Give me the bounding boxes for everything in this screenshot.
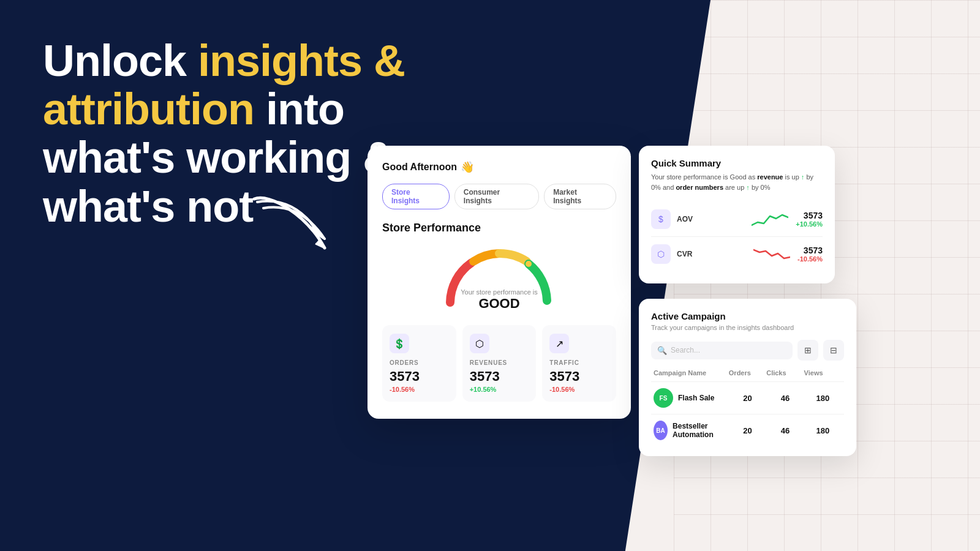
tab-store-insights[interactable]: Store Insights [382,184,450,209]
flash-sale-clicks: 46 [766,394,804,403]
metric-cvr-row: ⬡ CVR 3573 -10.56% [651,237,823,271]
qs-is-up: is up [785,173,801,181]
filter-button[interactable]: ⊟ [823,340,844,361]
cvr-sparkline [753,245,790,263]
revenues-value: 3573 [470,369,529,384]
greeting-text: Good Afternoon [382,162,457,173]
ac-title: Active Campaign [651,311,844,321]
qs-up-arrow1: ↑ [801,173,805,181]
stats-row: 💲 ORDERS 3573 -10.56% ⬡ REVENUES 3573 +1… [382,325,616,402]
flash-sale-views: 180 [804,394,842,403]
traffic-icon: ↗ [549,334,569,353]
arrow-decoration [245,190,355,266]
search-bar: 🔍 Search... ⊞ ⊟ [651,340,844,361]
campaign-avatar-flash-sale: FS [654,388,673,408]
tab-market-insights[interactable]: Market Insights [544,184,616,209]
performance-value: GOOD [438,296,560,312]
tabs-container: Store Insights Consumer Insights Market … [382,184,616,209]
metric-aov-row: $ AOV 3573 +10.56% [651,202,823,237]
traffic-change: -10.56% [549,386,609,393]
traffic-value: 3573 [549,369,609,384]
active-campaign-card: Active Campaign Track your campaigns in … [639,299,856,456]
col-campaign-name: Campaign Name [654,369,729,377]
filter-columns-button[interactable]: ⊞ [797,340,818,361]
aov-icon: $ [651,209,671,229]
dashboard-card: Good Afternoon 👋 Store Insights Consumer… [368,146,631,419]
orders-value: 3573 [390,369,449,384]
qs-are-up: are up [725,184,746,191]
flash-sale-orders: 20 [729,394,766,403]
revenues-change: +10.56% [470,386,529,393]
stat-revenues: ⬡ REVENUES 3573 +10.56% [462,325,537,402]
search-input-wrap[interactable]: 🔍 Search... [651,342,793,359]
campaign-name-flash-sale: Flash Sale [678,394,714,402]
orders-label: ORDERS [390,359,449,366]
aov-sparkline [752,210,788,228]
aov-change: +10.56% [796,220,823,228]
revenues-label: REVENUES [470,359,529,366]
cvr-value: 3573 [797,246,823,255]
search-icon: 🔍 [657,346,667,355]
campaign-row-bestseller: BA Bestseller Automation 20 46 180 [651,414,844,446]
gauge-container: Your store performance is GOOD [382,244,616,312]
cvr-icon: ⬡ [651,244,671,264]
traffic-label: TRAFFIC [549,359,609,366]
wave-emoji: 👋 [461,160,474,174]
orders-icon: 💲 [390,334,409,353]
qs-revenue-label: revenue [757,173,783,181]
bestseller-clicks: 46 [766,426,804,435]
cvr-right: 3573 -10.56% [797,246,823,263]
hero-text-unlock: Unlock [43,36,198,85]
aov-right: 3573 +10.56% [796,211,823,228]
campaign-table: Campaign Name Orders Clicks Views FS Fla… [651,369,844,446]
qs-up-arrow2: ↑ [746,184,750,191]
campaign-avatar-bestseller: BA [654,421,668,440]
gauge-label: Your store performance is GOOD [438,288,560,312]
quick-summary-card: Quick Summary Your store performance is … [639,146,835,283]
performance-text: Your store performance is [438,288,560,296]
bestseller-views: 180 [804,426,842,435]
gauge-wrapper: Your store performance is GOOD [438,244,560,312]
campaign-table-header: Campaign Name Orders Clicks Views [651,369,844,381]
col-views: Views [804,369,842,377]
revenues-icon: ⬡ [470,334,489,353]
col-orders: Orders [729,369,766,377]
stat-traffic: ↗ TRAFFIC 3573 -10.56% [542,325,616,402]
tab-consumer-insights[interactable]: Consumer Insights [454,184,539,209]
qs-subtitle: Your store performance is Good as revenu… [651,172,823,192]
cvr-name: CVR [677,250,753,258]
search-placeholder: Search... [671,346,700,354]
aov-value: 3573 [796,211,823,220]
hero-text-into: into [254,84,344,133]
greeting: Good Afternoon 👋 [382,160,616,174]
svg-point-0 [526,261,532,267]
campaign-name-bestseller: Bestseller Automation [673,422,729,439]
col-clicks: Clicks [766,369,804,377]
qs-pct2: by 0% [752,184,771,191]
ac-subtitle: Track your campaigns in the insights das… [651,324,844,331]
qs-title: Quick Summary [651,158,823,168]
campaign-row-flash-sale: FS Flash Sale 20 46 180 [651,381,844,414]
cvr-change: -10.56% [797,255,823,263]
bestseller-orders: 20 [729,426,766,435]
campaign-name-cell-1: FS Flash Sale [654,388,729,408]
stat-orders: 💲 ORDERS 3573 -10.56% [382,325,456,402]
orders-change: -10.56% [390,386,449,393]
campaign-name-cell-2: BA Bestseller Automation [654,421,729,440]
section-title: Store Performance [382,222,616,234]
qs-orders-label: order numbers [676,184,723,191]
qs-subtitle-prefix: Your store performance is Good as [651,173,757,181]
aov-name: AOV [677,215,752,223]
